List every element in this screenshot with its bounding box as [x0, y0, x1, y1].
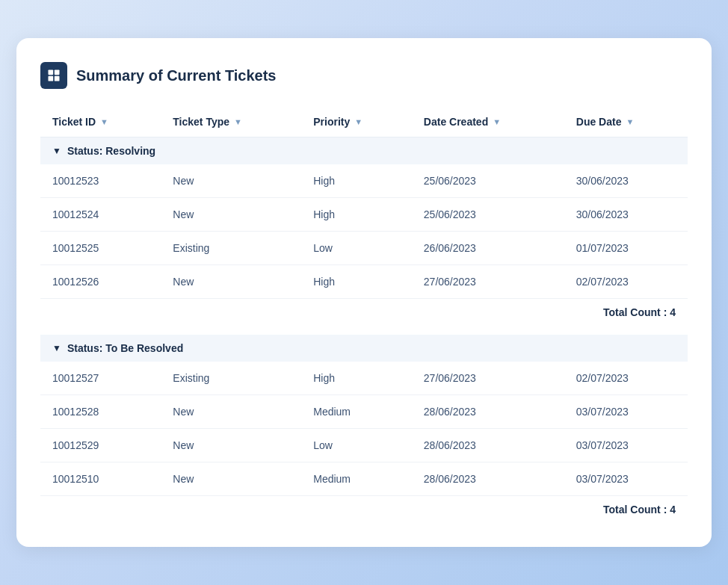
sort-icon-priority: ▼	[354, 117, 363, 126]
card-header: Summary of Current Tickets	[40, 62, 688, 89]
col-due-date: Due Date ▼	[564, 107, 688, 137]
table-row: 10012510NewMedium28/06/202303/07/2023	[40, 462, 688, 496]
table-row: 10012529NewLow28/06/202303/07/2023	[40, 429, 688, 462]
group-spacer	[40, 326, 688, 335]
tickets-table: Ticket ID ▼ Ticket Type ▼ Priority ▼	[40, 107, 688, 523]
table-row: 10012527ExistingHigh27/06/202302/07/2023	[40, 362, 688, 395]
group-status-label: Status: To Be Resolved	[67, 342, 183, 354]
sort-icon-date-created: ▼	[493, 117, 501, 126]
sort-icon-ticket-id: ▼	[100, 117, 108, 126]
col-ticket-id: Ticket ID ▼	[40, 107, 161, 137]
svg-rect-0	[49, 70, 54, 75]
col-date-created: Date Created ▼	[412, 107, 564, 137]
svg-rect-1	[55, 70, 60, 75]
table-row: 10012525ExistingLow26/06/202301/07/2023	[40, 232, 688, 265]
sort-icon-ticket-type: ▼	[234, 117, 242, 126]
chevron-icon: ▼	[52, 146, 61, 156]
page-title: Summary of Current Tickets	[76, 67, 277, 84]
table-row: 10012526NewHigh27/06/202302/07/2023	[40, 265, 688, 299]
chevron-icon: ▼	[52, 343, 61, 353]
col-ticket-type: Ticket Type ▼	[161, 107, 301, 137]
total-count-row: Total Count : 4	[40, 496, 688, 524]
total-count-label: Total Count : 4	[40, 496, 688, 524]
svg-rect-2	[49, 76, 54, 81]
sort-icon-due-date: ▼	[626, 117, 634, 126]
col-priority: Priority ▼	[301, 107, 412, 137]
group-header-row[interactable]: ▼Status: To Be Resolved	[40, 335, 688, 362]
total-count-label: Total Count : 4	[40, 299, 688, 326]
table-row: 10012524NewHigh25/06/202330/06/2023	[40, 198, 688, 232]
table-row: 10012523NewHigh25/06/202330/06/2023	[40, 164, 688, 198]
table-icon	[40, 62, 67, 89]
total-count-row: Total Count : 4	[40, 299, 688, 326]
svg-rect-3	[55, 76, 60, 81]
group-header-row[interactable]: ▼Status: Resolving	[40, 137, 688, 165]
table-header-row: Ticket ID ▼ Ticket Type ▼ Priority ▼	[40, 107, 688, 137]
table-row: 10012528NewMedium28/06/202303/07/2023	[40, 395, 688, 429]
group-status-label: Status: Resolving	[67, 145, 155, 157]
main-card: Summary of Current Tickets Ticket ID ▼ T…	[16, 38, 712, 547]
